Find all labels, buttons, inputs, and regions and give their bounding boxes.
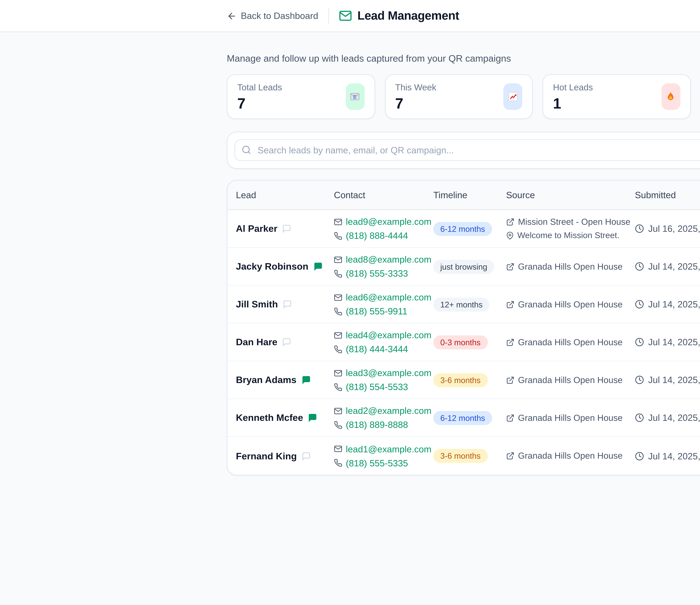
lead-phone[interactable]: (818) 888-4444: [346, 231, 408, 241]
clock-icon: [635, 413, 644, 422]
table-row: Fernand King lead1@example.com (818) 555…: [227, 437, 700, 475]
clock-icon: [635, 451, 644, 460]
stats-row: Total Leads 7 This Week 7 Hot Leads 1: [227, 74, 700, 119]
email-icon: [346, 83, 365, 110]
table-row: Dan Hare lead4@example.com (818) 444-344…: [227, 323, 700, 361]
submitted-date: Jul 14, 2025, 9:44 PM: [648, 374, 700, 385]
phone-icon: [334, 420, 342, 429]
lead-phone[interactable]: (818) 889-8888: [346, 419, 408, 430]
source-campaign: Granada Hills Open House: [518, 337, 623, 347]
source-campaign: Granada Hills Open House: [518, 375, 623, 385]
external-link-icon: [506, 338, 515, 346]
column-header-contact: Contact: [334, 190, 433, 200]
table-row: Al Parker lead9@example.com (818) 888-44…: [227, 210, 700, 248]
external-link-icon: [506, 262, 515, 271]
external-link-icon: [506, 452, 515, 460]
timeline-badge: just browsing: [433, 260, 494, 273]
mail-icon: [334, 217, 342, 226]
external-link-icon: [506, 300, 515, 309]
timeline-badge: 6-12 months: [433, 222, 492, 236]
column-header-source: Source: [506, 190, 635, 200]
mail-icon: [334, 407, 342, 415]
submitted-date: Jul 14, 2025, 9:54 PM: [648, 299, 700, 310]
clock-icon: [635, 262, 644, 271]
phone-icon: [334, 307, 342, 316]
phone-icon: [334, 345, 342, 353]
stat-card-hot-leads: Hot Leads 1: [543, 74, 691, 119]
lead-email[interactable]: lead2@example.com: [346, 406, 431, 416]
timeline-badge: 6-12 months: [433, 411, 492, 425]
external-link-icon: [506, 218, 515, 226]
lead-phone[interactable]: (818) 555-9911: [346, 306, 407, 316]
note-bubble-icon: [301, 375, 310, 384]
column-header-timeline: Timeline: [433, 190, 506, 200]
table-header-row: Lead Contact Timeline Source Submitted A…: [227, 181, 700, 210]
phone-icon: [334, 383, 342, 391]
lead-name: Jacky Robinson: [236, 261, 308, 272]
lead-name: Dan Hare: [236, 337, 277, 347]
lead-phone[interactable]: (818) 555-5335: [346, 458, 408, 468]
search-card: [227, 131, 700, 169]
note-bubble-icon: [308, 413, 317, 422]
page-subtitle: Manage and follow up with leads captured…: [227, 53, 700, 64]
source-campaign: Granada Hills Open House: [518, 413, 623, 423]
submitted-date: Jul 14, 2025, 9:33 PM: [648, 451, 700, 461]
stat-label: This Week: [395, 82, 436, 92]
phone-icon: [334, 232, 342, 240]
search-input[interactable]: [234, 139, 700, 161]
map-pin-icon: [506, 232, 514, 239]
mail-icon: [334, 255, 342, 264]
mail-icon: [334, 445, 342, 453]
source-note: Welcome to Mission Street.: [517, 231, 619, 240]
back-to-dashboard-link[interactable]: Back to Dashboard: [227, 10, 318, 21]
header-divider: [328, 8, 329, 24]
lead-management-page: Back to Dashboard Lead Management Bird &…: [0, 0, 700, 605]
lead-email[interactable]: lead4@example.com: [346, 330, 431, 340]
stat-value: 7: [395, 96, 436, 111]
search-icon: [242, 145, 251, 155]
lead-email[interactable]: lead1@example.com: [346, 444, 431, 454]
note-bubble-icon: [283, 300, 292, 309]
clock-icon: [635, 224, 644, 233]
stat-card-this-week: This Week 7: [385, 74, 533, 119]
lead-email[interactable]: lead8@example.com: [346, 254, 431, 265]
lead-email[interactable]: lead6@example.com: [346, 292, 431, 302]
page-title: Lead Management: [357, 9, 459, 23]
lead-email[interactable]: lead9@example.com: [346, 216, 431, 227]
clock-icon: [635, 375, 644, 384]
column-header-submitted: Submitted: [635, 190, 700, 200]
stat-label: Hot Leads: [553, 82, 593, 92]
submitted-date: Jul 14, 2025, 9:56 PM: [648, 261, 700, 272]
mail-icon: [334, 331, 342, 339]
lead-phone[interactable]: (818) 444-3444: [346, 344, 408, 354]
chart-up-icon: [503, 83, 522, 110]
table-row: Jacky Robinson lead8@example.com (818) 5…: [227, 248, 700, 286]
lead-name: Bryan Adams: [236, 374, 297, 385]
mail-icon: [334, 293, 342, 301]
external-link-icon: [506, 376, 515, 384]
source-campaign: Granada Hills Open House: [518, 262, 623, 271]
note-bubble-icon: [302, 451, 311, 460]
external-link-icon: [506, 414, 515, 422]
phone-icon: [334, 459, 342, 467]
stat-label: Total Leads: [237, 82, 282, 92]
stat-value: 7: [237, 96, 282, 111]
lead-phone[interactable]: (818) 554-5533: [346, 382, 408, 392]
arrow-left-icon: [227, 11, 236, 21]
lead-email[interactable]: lead3@example.com: [346, 368, 431, 378]
submitted-date: Jul 14, 2025, 9:50 PM: [648, 337, 700, 347]
column-header-lead: Lead: [236, 190, 334, 200]
source-campaign: Granada Hills Open House: [518, 451, 623, 461]
table-row: Jill Smith lead6@example.com (818) 555-9…: [227, 286, 700, 323]
source-campaign: Mission Street - Open House: [518, 217, 630, 227]
note-bubble-icon: [313, 262, 322, 271]
submitted-date: Jul 14, 2025, 9:38 PM: [648, 412, 700, 423]
timeline-badge: 0-3 months: [433, 335, 488, 349]
top-bar: Back to Dashboard Lead Management Bird &…: [0, 0, 700, 32]
table-row: Bryan Adams lead3@example.com (818) 554-…: [227, 361, 700, 399]
source-campaign: Granada Hills Open House: [518, 299, 623, 309]
mail-icon: [334, 369, 342, 377]
mail-icon: [339, 9, 352, 22]
submitted-date: Jul 16, 2025, 12:10 PM: [648, 223, 700, 234]
lead-phone[interactable]: (818) 555-3333: [346, 268, 408, 279]
